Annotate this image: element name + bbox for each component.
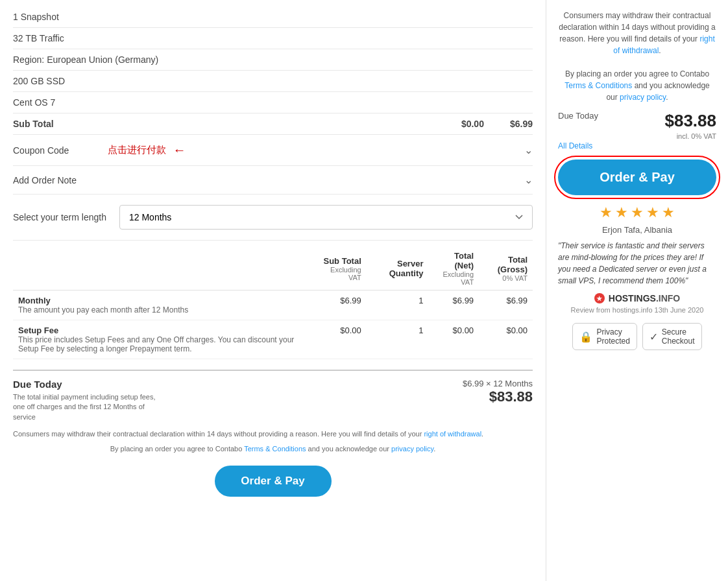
secure-badge-text: Secure Checkout bbox=[662, 327, 695, 346]
right-due-today-amount: $83.88 bbox=[664, 111, 716, 131]
spec-ssd: 200 GB SSD bbox=[13, 71, 533, 92]
term-length-select[interactable]: 1 Month 3 Months 6 Months 12 Months 24 M… bbox=[119, 205, 533, 230]
spec-snapshot: 1 Snapshot bbox=[13, 6, 533, 28]
right-column: Consumers may withdraw their contractual… bbox=[546, 0, 728, 581]
due-today-left: Due Today The total initial payment incl… bbox=[13, 379, 156, 422]
order-pay-button-bottom[interactable]: Order & Pay bbox=[215, 466, 332, 497]
subtotal-price2: $6.99 bbox=[510, 119, 533, 129]
order-note-chevron-icon: ⌄ bbox=[524, 174, 533, 186]
price-table: Sub Total Excluding VAT Server Quantity … bbox=[13, 247, 533, 359]
due-today-section: Due Today The total initial payment incl… bbox=[13, 370, 533, 454]
withdrawal-link[interactable]: right of withdrawal bbox=[424, 430, 481, 438]
hostings-info: ★ HOSTINGS.INFO bbox=[558, 293, 716, 303]
legal-text-terms: By placing an order you agree to Contabo… bbox=[13, 444, 533, 455]
monthly-quantity: 1 bbox=[367, 290, 429, 320]
due-today-sublabel: The total initial payment including setu… bbox=[13, 392, 156, 422]
badges-row: 🔒 Privacy Protected ✓ Secure Checkout bbox=[558, 323, 716, 350]
coupon-arrow-icon: ← bbox=[173, 143, 186, 158]
privacy-badge: 🔒 Privacy Protected bbox=[572, 323, 637, 350]
coupon-label: Coupon Code bbox=[13, 145, 69, 156]
spec-traffic: 32 TB Traffic bbox=[13, 28, 533, 49]
order-note-row[interactable]: Add Order Note ⌄ bbox=[13, 166, 533, 195]
due-today-amount: $83.88 bbox=[463, 388, 533, 405]
reviewer-name: Erjon Tafa, Albania bbox=[558, 225, 716, 235]
lock-icon: 🔒 bbox=[579, 331, 592, 343]
secure-badge: ✓ Secure Checkout bbox=[642, 323, 702, 350]
privacy-link-bottom[interactable]: privacy policy bbox=[391, 445, 433, 453]
legal-text-withdrawal: Consumers may withdraw their contractual… bbox=[13, 429, 533, 440]
terms-link-bottom[interactable]: Terms & Conditions bbox=[244, 445, 306, 453]
spec-os: Cent OS 7 bbox=[13, 92, 533, 113]
privacy-badge-text: Privacy Protected bbox=[596, 327, 629, 346]
left-column: 1 Snapshot 32 TB Traffic Region: Europea… bbox=[0, 0, 546, 581]
table-row-setupfee: Setup Fee This price includes Setup Fees… bbox=[13, 320, 533, 359]
checkmark-icon: ✓ bbox=[649, 331, 658, 343]
monthly-totalgross: $6.99 bbox=[479, 290, 533, 320]
hostings-dot-icon: ★ bbox=[594, 293, 605, 303]
term-length-row: Select your term length 1 Month 3 Months… bbox=[13, 195, 533, 241]
setupfee-quantity: 1 bbox=[367, 320, 429, 359]
col-header-totalgross: Total (Gross) 0% VAT bbox=[479, 247, 533, 290]
right-terms-link[interactable]: Terms & Conditions bbox=[564, 81, 632, 90]
col-header-subtotal: Sub Total Excluding VAT bbox=[316, 247, 367, 290]
coupon-chevron-icon: ⌄ bbox=[524, 144, 533, 156]
right-vat-note: incl. 0% VAT bbox=[664, 132, 716, 140]
setupfee-label: Setup Fee This price includes Setup Fees… bbox=[13, 320, 316, 359]
star-1: ★ bbox=[600, 204, 613, 221]
right-legal-text: Consumers may withdraw their contractual… bbox=[558, 10, 716, 103]
col-header-totalnet: Total (Net) Excluding VAT bbox=[428, 247, 479, 290]
term-length-label: Select your term length bbox=[13, 212, 106, 222]
order-pay-button-right[interactable]: Order & Pay bbox=[558, 160, 716, 195]
monthly-subtotal: $6.99 bbox=[316, 290, 367, 320]
hostings-logo: HOSTINGS.INFO bbox=[609, 293, 680, 303]
star-5: ★ bbox=[662, 204, 675, 221]
coupon-row[interactable]: Coupon Code 点击进行付款 ← ⌄ bbox=[13, 135, 533, 166]
stars-row: ★ ★ ★ ★ ★ bbox=[558, 204, 716, 221]
subtotal-prices: $0.00 $6.99 bbox=[461, 119, 533, 129]
review-text: "Their service is fantastic and their se… bbox=[558, 240, 716, 287]
all-details-link[interactable]: All Details bbox=[558, 141, 716, 150]
due-today-right: $6.99 × 12 Months $83.88 bbox=[463, 379, 533, 405]
setupfee-totalnet: $0.00 bbox=[428, 320, 479, 359]
star-2: ★ bbox=[615, 204, 628, 221]
col-header-quantity: Server Quantity bbox=[367, 247, 429, 290]
right-due-today-box: Due Today $83.88 incl. 0% VAT All Detail… bbox=[558, 111, 716, 150]
due-today-label: Due Today bbox=[13, 379, 156, 390]
due-today-top: Due Today The total initial payment incl… bbox=[13, 379, 533, 422]
setupfee-subtotal: $0.00 bbox=[316, 320, 367, 359]
star-3: ★ bbox=[631, 204, 644, 221]
order-note-label: Add Order Note bbox=[13, 175, 77, 185]
col-header-empty bbox=[13, 247, 316, 290]
due-today-formula: $6.99 × 12 Months bbox=[463, 379, 533, 388]
table-row-monthly: Monthly The amount you pay each month af… bbox=[13, 290, 533, 320]
right-due-today-label: Due Today bbox=[558, 111, 598, 121]
coupon-annotation-text: 点击进行付款 bbox=[108, 144, 166, 156]
subtotal-label: Sub Total bbox=[13, 119, 54, 129]
monthly-totalnet: $6.99 bbox=[428, 290, 479, 320]
monthly-label: Monthly The amount you pay each month af… bbox=[13, 290, 316, 320]
right-privacy-link[interactable]: privacy policy bbox=[620, 93, 666, 102]
order-pay-button-wrapper: Order & Pay bbox=[558, 160, 716, 195]
setupfee-totalgross: $0.00 bbox=[479, 320, 533, 359]
coupon-annotation-wrapper: 点击进行付款 ← bbox=[108, 143, 524, 158]
subtotal-row: Sub Total $0.00 $6.99 bbox=[13, 113, 533, 135]
star-4: ★ bbox=[646, 204, 659, 221]
review-source: Review from hostings.info 13th June 2020 bbox=[558, 306, 716, 314]
subtotal-price1: $0.00 bbox=[461, 119, 484, 129]
spec-region: Region: European Union (Germany) bbox=[13, 49, 533, 71]
